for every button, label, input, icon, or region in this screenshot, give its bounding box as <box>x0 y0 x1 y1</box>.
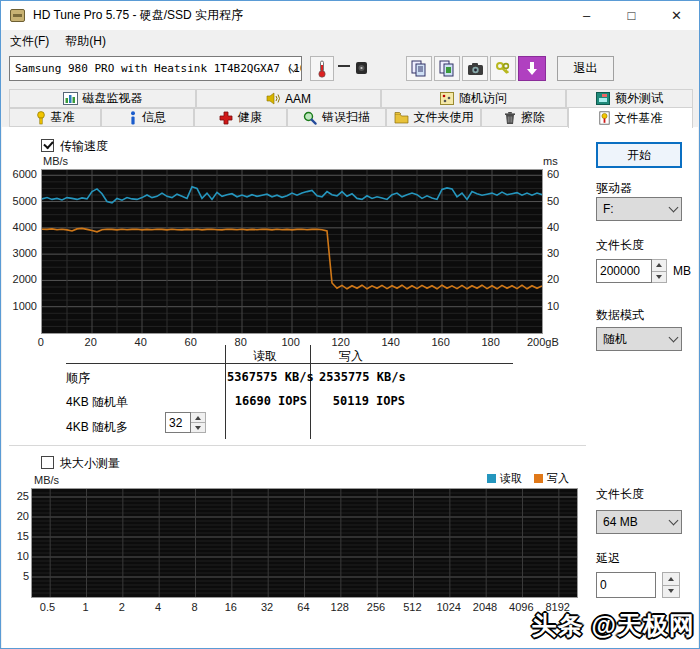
chart1-ytick-right: 20 <box>547 273 577 285</box>
tab-disk-monitor[interactable]: 磁盘监视器 <box>9 89 196 108</box>
tab-benchmark[interactable]: 基准 <box>9 108 101 127</box>
chart1-xtick: 60 <box>185 336 197 348</box>
table-divider <box>310 345 311 439</box>
tab-label: 额外测试 <box>615 90 663 107</box>
spinner-down-button[interactable] <box>191 422 205 432</box>
drive-selector-value: Samsung 980 PRO with Heatsink 1T4B2QGXA7… <box>15 62 302 75</box>
download-button[interactable] <box>518 56 546 81</box>
options-button[interactable] <box>490 56 516 81</box>
data-mode-dropdown-value: 随机 <box>603 331 627 348</box>
file-length-spinner[interactable]: 200000 <box>596 259 667 283</box>
queue-depth-spinner[interactable]: 32 <box>165 412 206 433</box>
copy-text-button[interactable] <box>406 56 432 81</box>
chart2-xtick: 8 <box>191 601 197 613</box>
chart2-xtick: 16 <box>225 601 237 613</box>
data-mode-dropdown[interactable]: 随机 <box>596 327 682 351</box>
4kb-single-read-value: 16690 IOPS <box>227 394 307 408</box>
delay-label: 延迟 <box>596 550 620 567</box>
read-legend-label: 读取 <box>500 471 522 486</box>
spinner-down-button[interactable] <box>663 585 679 598</box>
camera-icon <box>467 62 484 76</box>
down-arrow-icon <box>656 275 662 279</box>
menu-help[interactable]: 帮助(H) <box>58 31 113 52</box>
chart1-xtick: 120 <box>331 336 349 348</box>
file-length2-dropdown[interactable]: 64 MB <box>596 510 682 534</box>
app-window: HD Tune Pro 5.75 - 硬盘/SSD 实用程序 – □ ✕ 文件(… <box>0 0 700 649</box>
start-button-label: 开始 <box>627 147 651 164</box>
file-length2-label: 文件长度 <box>596 486 644 503</box>
tab-erase[interactable]: 擦除 <box>481 108 568 127</box>
chart2-xtick: 0.5 <box>40 601 55 613</box>
chevron-down-icon <box>669 203 679 213</box>
drive-dropdown-value: F: <box>603 202 614 216</box>
close-button[interactable]: ✕ <box>654 1 699 30</box>
chart2-ytick: 15 <box>0 530 29 542</box>
chart1-xtick: 140 <box>381 336 399 348</box>
down-arrow-icon <box>195 426 201 430</box>
drive-label: 驱动器 <box>596 180 632 197</box>
sequential-write-value: 2535775 KB/s <box>319 370 405 384</box>
tab-error-scan[interactable]: 错误扫描 <box>287 108 386 127</box>
tab-label: 健康 <box>238 109 262 126</box>
file-length2-dropdown-value: 64 MB <box>603 515 638 529</box>
transfer-speed-checkbox[interactable] <box>41 139 54 152</box>
tab-random-access[interactable]: 随机访问 <box>381 89 566 108</box>
file-length-value[interactable]: 200000 <box>596 259 652 283</box>
row-sequential-label: 顺序 <box>66 370 90 387</box>
copy-image-icon <box>439 60 455 77</box>
tab-health[interactable]: 健康 <box>194 108 287 127</box>
exit-button[interactable]: 退出 <box>557 56 614 81</box>
spinner-up-button[interactable] <box>652 260 666 271</box>
down-arrow-icon <box>525 61 539 76</box>
spinner-down-button[interactable] <box>652 271 666 283</box>
block-size-checkbox[interactable] <box>41 456 54 469</box>
chart1-ytick: 4000 <box>7 221 37 233</box>
legend-write: 写入 <box>534 471 569 486</box>
tab-file-benchmark[interactable]: 文件基准 <box>568 107 693 128</box>
trash-icon <box>504 111 516 125</box>
legend-read: 读取 <box>487 471 522 486</box>
disk-monitor-icon <box>63 92 78 105</box>
temperature-button[interactable] <box>310 56 334 81</box>
drive-selector[interactable]: Samsung 980 PRO with Heatsink 1T4B2QGXA7… <box>9 56 302 81</box>
row-4kb-single-label: 4KB 随机单 <box>66 394 128 411</box>
tab-label: 信息 <box>142 109 166 126</box>
chart2-ytick: 5 <box>0 570 29 582</box>
menu-file[interactable]: 文件(F) <box>3 31 56 52</box>
chart1-yleft-unit: MB/s <box>43 155 68 167</box>
chart2-ytick: 25 <box>0 490 29 502</box>
spinner-up-button[interactable] <box>663 573 679 585</box>
chart1-ytick-right: 60 <box>547 168 577 180</box>
data-mode-label: 数据模式 <box>596 307 644 324</box>
delay-spinner[interactable] <box>662 572 680 598</box>
minus-icon <box>338 65 350 67</box>
chart2-xtick: 128 <box>331 601 349 613</box>
chart2-xtick: 2048 <box>473 601 497 613</box>
start-button[interactable]: 开始 <box>596 142 682 168</box>
random-access-icon <box>440 92 454 105</box>
tab-folder-usage[interactable]: 文件夹使用 <box>386 108 481 127</box>
write-legend-label: 写入 <box>547 471 569 486</box>
spinner-up-button[interactable] <box>191 413 205 422</box>
chart1-ytick: 3000 <box>7 247 37 259</box>
drive-dropdown[interactable]: F: <box>596 197 682 221</box>
tab-aam[interactable]: AAM <box>196 89 381 108</box>
transfer-speed-label: 传输速度 <box>60 138 108 155</box>
queue-depth-value[interactable]: 32 <box>165 412 191 433</box>
4kb-single-write-value: 50119 IOPS <box>319 394 405 408</box>
window-title: HD Tune Pro 5.75 - 硬盘/SSD 实用程序 <box>33 7 243 24</box>
tab-info[interactable]: 信息 <box>101 108 194 127</box>
delay-value[interactable]: 0 <box>596 572 656 598</box>
chart1-xtick: 200gB <box>527 336 559 348</box>
screenshot-button[interactable] <box>462 56 488 81</box>
table-divider <box>225 345 226 439</box>
transfer-speed-chart <box>41 169 543 334</box>
copy-image-button[interactable] <box>434 56 460 81</box>
chart2-xtick: 512 <box>403 601 421 613</box>
chart2-xtick: 2 <box>119 601 125 613</box>
file-length-unit: MB <box>673 264 691 278</box>
maximize-button[interactable]: □ <box>609 1 654 30</box>
read-legend-swatch <box>487 474 496 483</box>
minimize-button[interactable]: – <box>564 1 609 30</box>
tab-extra-tests[interactable]: 额外测试 <box>566 89 693 108</box>
